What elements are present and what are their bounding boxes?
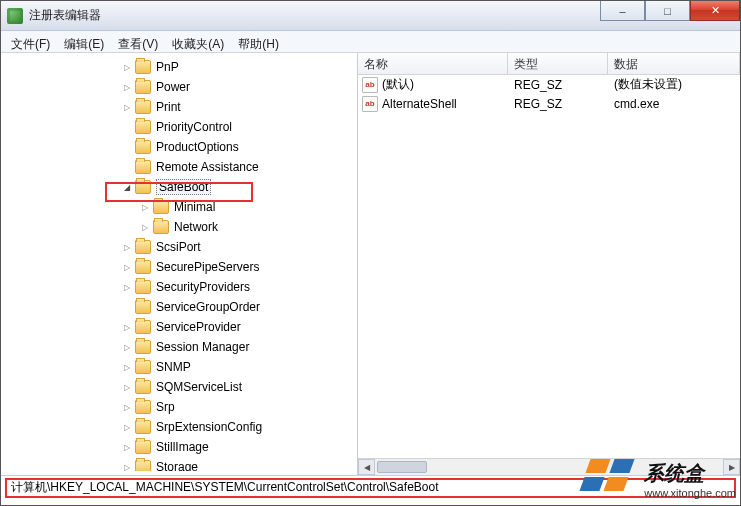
expand-arrow-icon[interactable]: ▷ — [121, 62, 132, 73]
tree-item[interactable]: ▷Storage — [11, 457, 357, 471]
folder-icon — [135, 460, 151, 471]
status-path-highlight: 计算机\HKEY_LOCAL_MACHINE\SYSTEM\CurrentCon… — [5, 478, 736, 498]
title-bar: 注册表编辑器 – □ ✕ — [1, 1, 740, 31]
tree-item[interactable]: ▷ServiceProvider — [11, 317, 357, 337]
expand-arrow-icon[interactable]: ▷ — [139, 222, 150, 233]
folder-icon — [135, 400, 151, 414]
tree-item[interactable]: ▷Srp — [11, 397, 357, 417]
expand-arrow-icon[interactable]: ▷ — [121, 242, 132, 253]
tree-item-label: Srp — [156, 400, 175, 414]
folder-icon — [135, 180, 151, 194]
tree-item-label: PriorityControl — [156, 120, 232, 134]
maximize-button[interactable]: □ — [645, 1, 690, 21]
tree-item[interactable]: ▷Print — [11, 97, 357, 117]
tree-item[interactable]: Remote Assistance — [11, 157, 357, 177]
menu-file[interactable]: 文件(F) — [7, 34, 54, 52]
list-header: 名称 类型 数据 — [358, 53, 740, 75]
folder-icon — [135, 160, 151, 174]
tree-item-label: Network — [174, 220, 218, 234]
menu-edit[interactable]: 编辑(E) — [60, 34, 108, 52]
scroll-thumb[interactable] — [377, 461, 427, 473]
folder-icon — [135, 360, 151, 374]
cell-data: (数值未设置) — [608, 76, 740, 93]
tree-item[interactable]: ▷Power — [11, 77, 357, 97]
value-name: (默认) — [382, 76, 414, 93]
cell-type: REG_SZ — [508, 97, 608, 111]
collapse-arrow-icon[interactable]: ◢ — [121, 182, 132, 193]
expand-arrow-icon[interactable]: ▷ — [121, 282, 132, 293]
cell-data: cmd.exe — [608, 97, 740, 111]
folder-icon — [135, 340, 151, 354]
tree-item[interactable]: ▷SQMServiceList — [11, 377, 357, 397]
minimize-button[interactable]: – — [600, 1, 645, 21]
close-button[interactable]: ✕ — [690, 1, 740, 21]
tree-item[interactable]: ProductOptions — [11, 137, 357, 157]
expand-arrow-icon[interactable]: ▷ — [121, 322, 132, 333]
tree-item-label: SNMP — [156, 360, 191, 374]
tree-item[interactable]: ▷Minimal — [11, 197, 357, 217]
status-path: 计算机\HKEY_LOCAL_MACHINE\SYSTEM\CurrentCon… — [11, 479, 439, 496]
expand-arrow-icon[interactable]: ▷ — [121, 262, 132, 273]
menu-favorites[interactable]: 收藏夹(A) — [168, 34, 228, 52]
col-header-data[interactable]: 数据 — [608, 53, 740, 74]
tree-item[interactable]: ▷ScsiPort — [11, 237, 357, 257]
tree-item[interactable]: ▷SecurePipeServers — [11, 257, 357, 277]
tree-item[interactable]: ▷SrpExtensionConfig — [11, 417, 357, 437]
tree-item[interactable]: ▷PnP — [11, 57, 357, 77]
folder-icon — [135, 300, 151, 314]
list-body[interactable]: ab(默认)REG_SZ(数值未设置)abAlternateShellREG_S… — [358, 75, 740, 458]
window-buttons: – □ ✕ — [600, 1, 740, 21]
folder-icon — [153, 220, 169, 234]
tree-item-label: Power — [156, 80, 190, 94]
menu-help[interactable]: 帮助(H) — [234, 34, 283, 52]
expand-arrow-icon[interactable]: ▷ — [139, 202, 150, 213]
tree-item[interactable]: ◢SafeBoot — [11, 177, 357, 197]
expand-arrow-icon[interactable]: ▷ — [121, 82, 132, 93]
expand-arrow-icon[interactable]: ▷ — [121, 342, 132, 353]
tree-scroll[interactable]: ▷PnP▷Power▷PrintPriorityControlProductOp… — [5, 57, 357, 471]
tree-item[interactable]: ▷Network — [11, 217, 357, 237]
folder-icon — [135, 80, 151, 94]
tree-item-label: SQMServiceList — [156, 380, 242, 394]
tree-pane: ▷PnP▷Power▷PrintPriorityControlProductOp… — [1, 53, 358, 475]
expand-arrow-icon[interactable]: ▷ — [121, 442, 132, 453]
tree-item[interactable]: ▷SNMP — [11, 357, 357, 377]
tree-item[interactable]: ServiceGroupOrder — [11, 297, 357, 317]
tree-item-label: Remote Assistance — [156, 160, 259, 174]
tree-item[interactable]: ▷StillImage — [11, 437, 357, 457]
scroll-right-button[interactable]: ▶ — [723, 459, 740, 475]
expand-arrow-icon[interactable]: ▷ — [121, 362, 132, 373]
minimize-icon: – — [619, 5, 625, 17]
string-value-icon: ab — [362, 96, 378, 112]
tree-item-label: Storage — [156, 460, 198, 471]
col-header-type[interactable]: 类型 — [508, 53, 608, 74]
string-value-icon: ab — [362, 77, 378, 93]
expand-arrow-icon[interactable]: ▷ — [121, 402, 132, 413]
expand-arrow-icon[interactable]: ▷ — [121, 102, 132, 113]
window-title: 注册表编辑器 — [29, 7, 101, 24]
tree-item-label: Print — [156, 100, 181, 114]
expand-arrow-icon[interactable]: ▷ — [121, 422, 132, 433]
tree-item-label: ProductOptions — [156, 140, 239, 154]
col-header-name[interactable]: 名称 — [358, 53, 508, 74]
tree-item[interactable]: ▷SecurityProviders — [11, 277, 357, 297]
list-row[interactable]: abAlternateShellREG_SZcmd.exe — [358, 94, 740, 113]
cell-type: REG_SZ — [508, 78, 608, 92]
cell-name: ab(默认) — [358, 76, 508, 93]
horizontal-scrollbar[interactable]: ◀ ▶ — [358, 458, 740, 475]
tree-item[interactable]: ▷Session Manager — [11, 337, 357, 357]
folder-icon — [135, 140, 151, 154]
tree-item-label: Minimal — [174, 200, 215, 214]
folder-icon — [135, 320, 151, 334]
menu-view[interactable]: 查看(V) — [114, 34, 162, 52]
tree-item[interactable]: PriorityControl — [11, 117, 357, 137]
expand-arrow-icon[interactable]: ▷ — [121, 382, 132, 393]
expand-arrow-icon[interactable]: ▷ — [121, 462, 132, 472]
folder-icon — [135, 120, 151, 134]
folder-icon — [135, 420, 151, 434]
scroll-left-button[interactable]: ◀ — [358, 459, 375, 475]
regedit-icon — [7, 8, 23, 24]
folder-icon — [135, 440, 151, 454]
list-row[interactable]: ab(默认)REG_SZ(数值未设置) — [358, 75, 740, 94]
menu-bar: 文件(F) 编辑(E) 查看(V) 收藏夹(A) 帮助(H) — [1, 31, 740, 53]
